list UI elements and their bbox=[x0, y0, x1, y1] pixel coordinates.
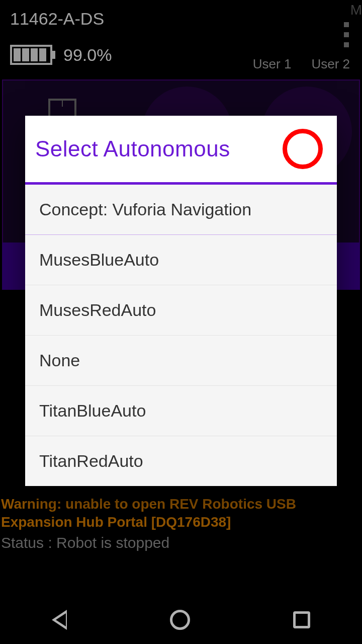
dialog-title: Select Autonomous bbox=[35, 136, 230, 162]
opmode-item[interactable]: MusesBlueAuto bbox=[25, 235, 337, 285]
opmode-item[interactable]: MusesRedAuto bbox=[25, 285, 337, 336]
dialog-header: Select Autonomous bbox=[25, 116, 337, 185]
opmode-item[interactable]: TitanBlueAuto bbox=[25, 386, 337, 436]
select-autonomous-dialog: Select Autonomous Concept: Vuforia Navig… bbox=[25, 116, 337, 486]
opmode-item[interactable]: None bbox=[25, 336, 337, 386]
opmode-item[interactable]: Concept: Vuforia Navigation bbox=[25, 185, 337, 235]
opmode-list: Concept: Vuforia Navigation MusesBlueAut… bbox=[25, 185, 337, 486]
annotation-circle-icon bbox=[283, 129, 323, 169]
opmode-item[interactable]: TitanRedAuto bbox=[25, 436, 337, 486]
